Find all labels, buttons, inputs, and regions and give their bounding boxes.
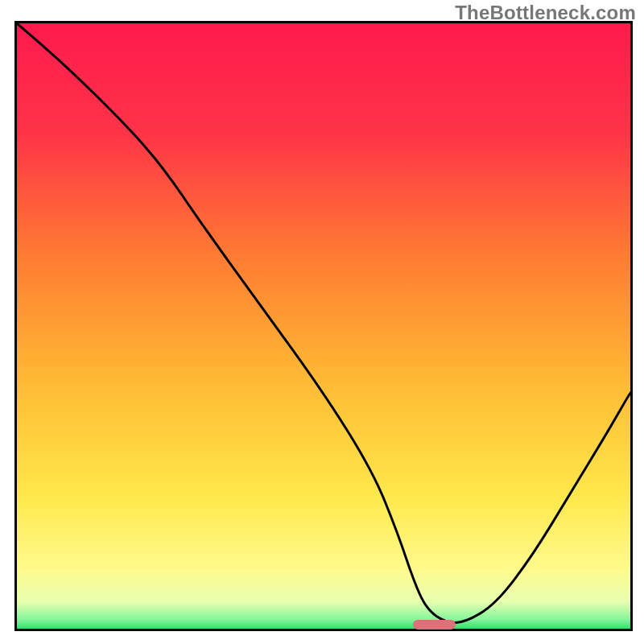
plot-svg [17, 23, 630, 629]
plot-frame [14, 21, 633, 631]
optimal-marker [413, 620, 456, 630]
plot-background [17, 23, 630, 629]
chart-stage: TheBottleneck.com [0, 0, 644, 644]
